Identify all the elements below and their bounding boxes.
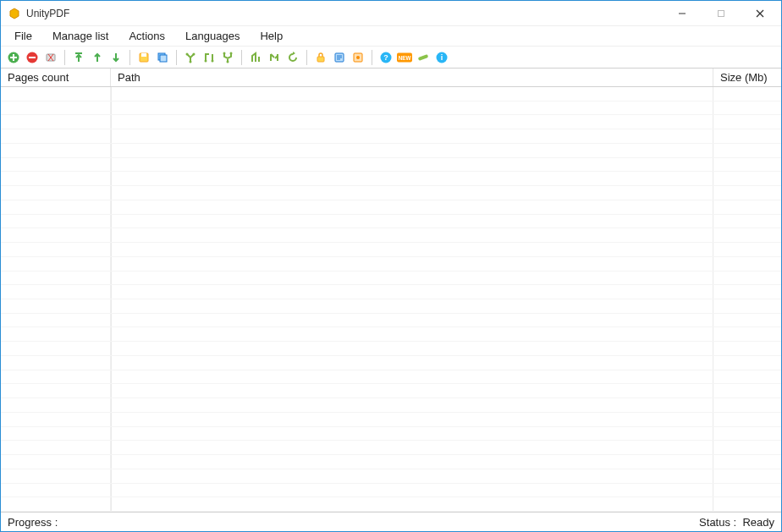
column-header-pages[interactable]: Pages count bbox=[1, 69, 111, 86]
table-cell bbox=[1, 158, 111, 172]
table-cell bbox=[713, 370, 781, 384]
remove-icon[interactable] bbox=[25, 50, 40, 65]
split-icon[interactable] bbox=[183, 50, 198, 65]
copy-icon[interactable] bbox=[155, 50, 170, 65]
status-label-text: Status : bbox=[699, 516, 736, 529]
table-row[interactable] bbox=[1, 115, 781, 129]
table-cell bbox=[1, 115, 111, 129]
table-row[interactable] bbox=[1, 186, 781, 200]
table-cell bbox=[713, 427, 781, 441]
table-cell bbox=[713, 257, 781, 271]
extract-icon[interactable] bbox=[248, 50, 263, 65]
table-cell bbox=[1, 144, 111, 157]
move-down-icon[interactable] bbox=[108, 50, 124, 65]
table-cell bbox=[1, 356, 111, 370]
column-header-path[interactable]: Path bbox=[111, 69, 713, 86]
table-cell bbox=[713, 469, 781, 483]
table-cell bbox=[111, 455, 713, 469]
table-row[interactable] bbox=[1, 484, 781, 498]
table-body[interactable] bbox=[1, 87, 781, 512]
table-row[interactable] bbox=[1, 441, 781, 455]
table-row[interactable] bbox=[1, 285, 781, 299]
merge-icon[interactable] bbox=[220, 50, 235, 65]
table-row[interactable] bbox=[1, 257, 781, 271]
minimize-button[interactable] bbox=[663, 2, 702, 25]
table-cell bbox=[1, 299, 111, 313]
table-row[interactable] bbox=[1, 497, 781, 512]
extract-range-icon[interactable] bbox=[267, 50, 282, 65]
menu-manage-list[interactable]: Manage list bbox=[42, 27, 118, 45]
toolbar-separator bbox=[129, 50, 130, 65]
table-row[interactable] bbox=[1, 271, 781, 286]
table-row[interactable] bbox=[1, 101, 781, 116]
table-cell bbox=[1, 484, 111, 497]
table-cell bbox=[713, 299, 781, 313]
table-row[interactable] bbox=[1, 228, 781, 243]
table-row[interactable] bbox=[1, 172, 781, 186]
table-cell bbox=[1, 327, 111, 341]
save-list-icon[interactable] bbox=[136, 50, 151, 65]
table-cell bbox=[713, 158, 781, 172]
table-row[interactable] bbox=[1, 299, 781, 314]
link-icon[interactable] bbox=[416, 50, 431, 65]
clear-icon[interactable] bbox=[43, 50, 58, 65]
table-cell bbox=[1, 101, 111, 115]
menu-languages[interactable]: Languages bbox=[175, 27, 250, 45]
table-cell bbox=[111, 243, 713, 256]
help-icon[interactable]: ? bbox=[378, 50, 394, 65]
table-row[interactable] bbox=[1, 129, 781, 144]
table-row[interactable] bbox=[1, 384, 781, 398]
window-controls bbox=[663, 2, 779, 25]
table-row[interactable] bbox=[1, 427, 781, 442]
table-row[interactable] bbox=[1, 327, 781, 342]
table-cell bbox=[1, 200, 111, 214]
table-row[interactable] bbox=[1, 200, 781, 215]
menu-actions[interactable]: Actions bbox=[118, 27, 175, 45]
add-icon[interactable] bbox=[6, 50, 21, 65]
table-cell bbox=[1, 413, 111, 426]
table-row[interactable] bbox=[1, 144, 781, 158]
new-badge-icon[interactable]: NEW bbox=[397, 50, 412, 65]
table-cell bbox=[713, 243, 781, 256]
menu-help[interactable]: Help bbox=[250, 27, 293, 45]
table-cell bbox=[1, 228, 111, 242]
table-row[interactable] bbox=[1, 314, 781, 328]
table-cell bbox=[713, 314, 781, 327]
table-row[interactable] bbox=[1, 342, 781, 356]
maximize-button[interactable] bbox=[702, 2, 741, 25]
table-row[interactable] bbox=[1, 87, 781, 101]
table-cell bbox=[1, 243, 111, 256]
table-row[interactable] bbox=[1, 370, 781, 385]
column-header-size[interactable]: Size (Mb) bbox=[713, 69, 781, 86]
table-cell bbox=[111, 314, 713, 327]
menu-file[interactable]: File bbox=[4, 27, 42, 45]
svg-text:NEW: NEW bbox=[399, 54, 411, 60]
move-up-icon[interactable] bbox=[90, 50, 105, 65]
svg-point-19 bbox=[227, 60, 229, 63]
table-cell bbox=[111, 384, 713, 398]
table-cell bbox=[713, 384, 781, 398]
table-cell bbox=[111, 356, 713, 370]
table-row[interactable] bbox=[1, 158, 781, 173]
table-row[interactable] bbox=[1, 469, 781, 484]
table-cell bbox=[1, 87, 111, 101]
toolbar-separator bbox=[176, 50, 177, 65]
close-button[interactable] bbox=[741, 2, 779, 25]
status-label: Status : Ready bbox=[699, 516, 774, 529]
table-row[interactable] bbox=[1, 243, 781, 257]
table-row[interactable] bbox=[1, 398, 781, 413]
lock-icon[interactable] bbox=[313, 50, 328, 65]
metadata-icon[interactable] bbox=[332, 50, 347, 65]
table-row[interactable] bbox=[1, 356, 781, 370]
table-cell bbox=[1, 342, 111, 355]
rotate-icon[interactable] bbox=[285, 50, 300, 65]
preview-icon[interactable] bbox=[350, 50, 366, 65]
split-size-icon[interactable] bbox=[201, 50, 217, 65]
table-row[interactable] bbox=[1, 455, 781, 469]
table-row[interactable] bbox=[1, 413, 781, 427]
table-cell bbox=[1, 285, 111, 299]
move-top-icon[interactable] bbox=[71, 50, 86, 65]
table-cell bbox=[111, 257, 713, 271]
table-row[interactable] bbox=[1, 215, 781, 229]
info-icon[interactable]: i bbox=[434, 50, 449, 65]
